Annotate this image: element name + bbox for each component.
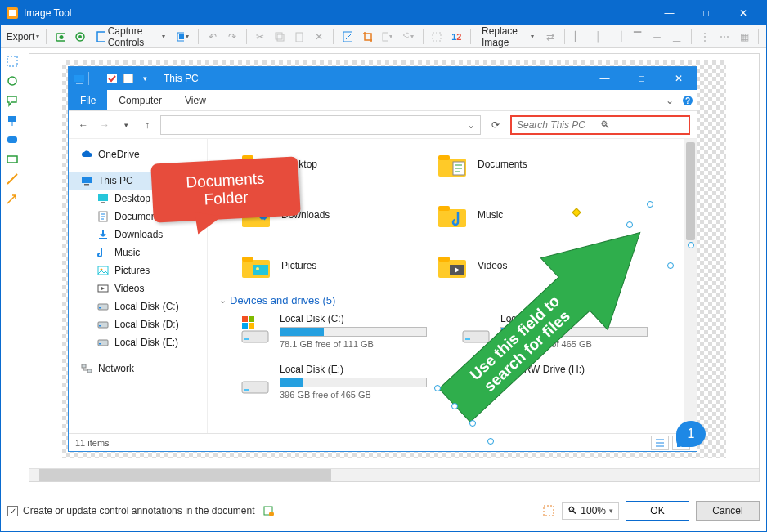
align-right-icon[interactable]: ▕	[610, 28, 626, 46]
explorer-maximize-button[interactable]: □	[623, 67, 660, 90]
svg-point-71	[473, 379, 478, 384]
tree-item[interactable]: Local Disk (E:)	[69, 333, 207, 351]
svg-rect-29	[101, 202, 105, 203]
ribbon-tab-file[interactable]: File	[69, 90, 107, 110]
ok-button[interactable]: OK	[626, 501, 689, 521]
drive-item[interactable]: Local Disk (C:)78.1 GB free of 111 GB	[239, 313, 427, 349]
ribbon-tab-view[interactable]: View	[173, 90, 218, 110]
callout-tool-icon[interactable]	[4, 92, 20, 109]
tree-item[interactable]: Music	[69, 244, 207, 262]
folder-item[interactable]: Videos	[435, 248, 599, 283]
ribbon-tab-computer[interactable]: Computer	[107, 90, 173, 110]
folder-item[interactable]: Pictures	[239, 248, 402, 283]
zoom-control[interactable]: 🔍︎ 100% ▾	[562, 502, 619, 520]
align-top-icon[interactable]: ▔	[630, 28, 646, 46]
nav-up-icon[interactable]: ↑	[139, 116, 155, 134]
nav-back-icon[interactable]: ←	[75, 116, 92, 134]
qat-chevron-icon[interactable]: ▾	[137, 71, 152, 86]
paste-icon[interactable]	[291, 28, 307, 46]
annotation-callout[interactable]: Documents Folder	[152, 160, 299, 219]
undo-icon[interactable]: ↶	[204, 28, 221, 46]
search-field[interactable]: Search This PC 🔍︎	[510, 115, 690, 135]
cancel-button[interactable]: Cancel	[696, 501, 760, 521]
replace-image-dropdown[interactable]: Replace Image	[477, 28, 539, 46]
resize-icon[interactable]	[339, 28, 356, 46]
camera-icon[interactable]	[52, 28, 69, 46]
group-icon[interactable]	[428, 28, 445, 46]
export-dropdown[interactable]: Export	[6, 28, 40, 46]
explorer-close-button[interactable]: ✕	[660, 67, 697, 90]
pin-tool-icon[interactable]	[4, 112, 20, 128]
folder-item[interactable]: Documents	[435, 147, 599, 181]
drive-item[interactable]: DVDDVD RW Drive (H:)	[460, 364, 648, 400]
nav-recent-icon[interactable]: ▾	[118, 116, 134, 134]
counter-icon[interactable]: 12	[448, 28, 464, 46]
drive-item[interactable]: Local Disk (D:)290 GB free of 465 GB	[460, 313, 648, 349]
align-bottom-icon[interactable]: ▁	[669, 28, 685, 46]
address-bar[interactable]: ⌄	[160, 115, 481, 135]
arrow-tool-icon[interactable]	[4, 190, 20, 207]
close-button[interactable]: ✕	[724, 1, 761, 25]
canvas-scrollbar-h[interactable]	[29, 468, 759, 481]
tree-item[interactable]: Local Disk (D:)	[69, 315, 207, 333]
svg-rect-41	[82, 364, 86, 368]
layers-icon[interactable]	[399, 28, 416, 46]
annotation-options-icon[interactable]	[262, 504, 275, 517]
crop-icon[interactable]	[359, 28, 375, 46]
explorer-sys-icon[interactable]	[72, 71, 87, 86]
align-left-icon[interactable]: ▏	[571, 28, 587, 46]
fit-icon[interactable]	[542, 504, 555, 517]
align-center-icon[interactable]: │	[590, 28, 607, 46]
folder-item[interactable]: Music	[435, 198, 599, 232]
explorer-minimize-button[interactable]: —	[586, 67, 623, 90]
tree-item[interactable]: Pictures	[69, 262, 207, 279]
section-drives[interactable]: Devices and drives (5)	[219, 294, 685, 306]
screenshot-dropdown[interactable]	[173, 28, 192, 46]
address-chevron-icon[interactable]: ⌄	[467, 119, 475, 131]
redo-icon[interactable]: ↷	[224, 28, 240, 46]
copy-icon[interactable]	[271, 28, 288, 46]
svg-rect-6	[97, 32, 105, 42]
dl-icon	[96, 228, 110, 241]
drive-icon	[239, 313, 271, 346]
ribbon-collapse-icon[interactable]: ⌄	[661, 90, 679, 110]
box-tool-icon[interactable]	[4, 151, 20, 168]
tree-item[interactable]: Downloads	[69, 226, 207, 244]
tree-item[interactable]: Videos	[69, 279, 207, 297]
svg-rect-23	[123, 74, 133, 83]
nav-forward-icon[interactable]: →	[96, 116, 113, 134]
ribbon-help-icon[interactable]: ?	[679, 90, 697, 110]
swap-icon[interactable]: ⇄	[542, 28, 558, 46]
svg-rect-17	[8, 116, 16, 122]
refresh-icon[interactable]: ⟳	[486, 115, 505, 135]
dist-h-icon[interactable]: ⋮	[697, 28, 713, 46]
snap-icon[interactable]: ▦	[736, 28, 752, 46]
qat-new-icon[interactable]	[121, 71, 136, 86]
view-details-icon[interactable]	[651, 436, 669, 450]
tree-item[interactable]: Local Disk (C:)	[69, 297, 207, 315]
canvas-icon[interactable]	[379, 28, 396, 46]
select-tool-icon[interactable]	[4, 53, 20, 69]
cut-icon[interactable]: ✂	[252, 28, 268, 46]
annotations-checkbox[interactable]: ✓ Create or update control annotations i…	[7, 505, 255, 516]
drive-item[interactable]: Local Disk (E:)396 GB free of 465 GB	[239, 364, 427, 400]
annotation-step-badge[interactable]: 1	[676, 421, 706, 447]
maximize-button[interactable]: □	[688, 1, 724, 25]
badge-tool-icon[interactable]	[4, 132, 20, 148]
content-scrollbar[interactable]	[684, 139, 697, 433]
tree-item[interactable]: Network	[69, 360, 207, 378]
align-middle-icon[interactable]: ─	[649, 28, 666, 46]
qat-properties-icon[interactable]	[105, 71, 119, 86]
shape-tool-icon[interactable]	[4, 73, 20, 89]
record-icon[interactable]	[72, 28, 88, 46]
capture-controls-dropdown[interactable]: Capture Controls	[92, 28, 170, 46]
svg-point-5	[78, 35, 82, 38]
dist-v-icon[interactable]: ⋯	[716, 28, 733, 46]
minimize-button[interactable]: —	[651, 1, 688, 25]
line-tool-icon[interactable]	[4, 171, 20, 187]
doc-icon	[96, 210, 110, 223]
delete-icon[interactable]: ✕	[311, 28, 327, 46]
app-icon	[6, 7, 19, 20]
svg-rect-63	[249, 323, 254, 329]
canvas[interactable]: ▾ This PC — □ ✕ File Computer View ⌄ ? ←…	[29, 53, 760, 482]
